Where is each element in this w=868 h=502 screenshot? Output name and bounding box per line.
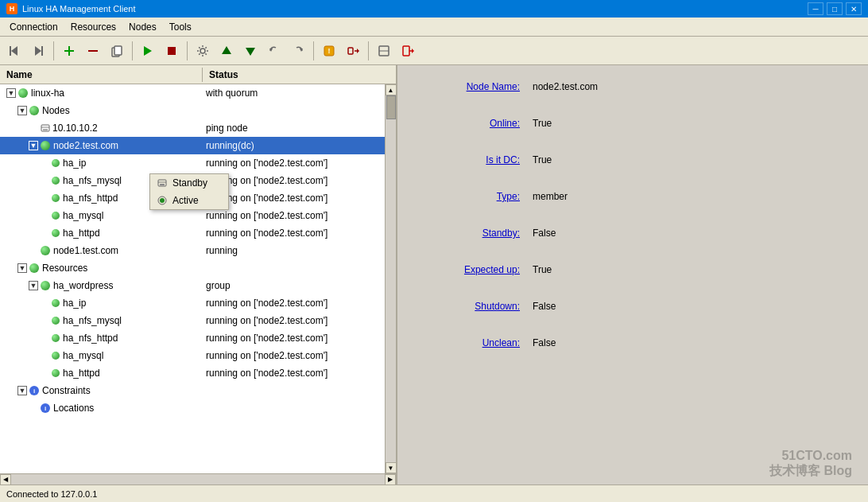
toolbar-btn-exit[interactable] bbox=[397, 40, 419, 62]
scroll-down-arrow[interactable]: ▼ bbox=[386, 462, 397, 473]
standby-icon bbox=[157, 177, 168, 189]
detail-label-unclean[interactable]: Unclean: bbox=[429, 337, 533, 348]
toolbar-btn-stop[interactable] bbox=[161, 40, 183, 62]
tree-row-locations[interactable]: i Locations bbox=[0, 399, 385, 417]
detail-value-type: member bbox=[533, 191, 568, 202]
tree-row-ha-nfs-mysql-2[interactable]: ha_nfs_mysql running on ['node2.test.com… bbox=[0, 312, 385, 329]
toolbar-btn-down[interactable] bbox=[239, 40, 262, 62]
expand-icon-linux-ha[interactable]: ▼ bbox=[6, 88, 16, 98]
detail-row-node-name: Node Name: node2.test.com bbox=[429, 81, 836, 92]
scroll-left-arrow[interactable]: ◀ bbox=[0, 474, 11, 485]
expand-icon-nodes[interactable]: ▼ bbox=[17, 106, 27, 115]
maximize-button[interactable]: □ bbox=[827, 2, 843, 15]
context-menu-standby[interactable]: Standby bbox=[150, 174, 228, 192]
toolbar-btn-remove[interactable] bbox=[82, 40, 104, 62]
toolbar-btn-option1[interactable] bbox=[373, 40, 395, 62]
node-name-ha-ip-1: ha_ip bbox=[63, 158, 86, 169]
menu-tools[interactable]: Tools bbox=[163, 20, 198, 34]
toolbar-btn-undo[interactable] bbox=[263, 40, 285, 62]
minimize-button[interactable]: ─ bbox=[808, 2, 823, 15]
tree-row-ha-httpd-1[interactable]: ha_httpd running on ['node2.test.com'] bbox=[0, 224, 385, 242]
toolbar-btn-start[interactable] bbox=[137, 40, 159, 62]
toolbar-btn-disconnect[interactable] bbox=[342, 40, 364, 62]
status-dot-ha-wordpress bbox=[41, 281, 50, 290]
node-name-node1: node1.test.com bbox=[53, 245, 118, 256]
context-menu-active[interactable]: Active bbox=[150, 192, 228, 209]
expand-icon-ha-wordpress[interactable]: ▼ bbox=[29, 281, 38, 290]
expand-icon-constraints[interactable]: ▼ bbox=[17, 386, 27, 395]
svg-marker-9 bbox=[144, 46, 152, 56]
toolbar-btn-forward[interactable] bbox=[27, 40, 49, 62]
expand-icon-node2[interactable]: ▼ bbox=[29, 141, 38, 150]
detail-label-standby[interactable]: Standby: bbox=[429, 228, 533, 239]
svg-text:!: ! bbox=[328, 47, 331, 55]
node-name-ha-ip-2: ha_ip bbox=[63, 298, 86, 309]
status-dot-nodes bbox=[29, 106, 39, 115]
toolbar-btn-commit[interactable]: ! bbox=[318, 40, 340, 62]
node-name-resources: Resources bbox=[42, 263, 87, 274]
detail-label-expected-up[interactable]: Expected up: bbox=[429, 264, 533, 275]
node-name-10-10-10-2: 10.10.10.2 bbox=[52, 123, 98, 134]
close-button[interactable]: ✕ bbox=[846, 2, 862, 15]
toolbar-btn-up[interactable] bbox=[215, 40, 238, 62]
status-ha-wordpress: group bbox=[203, 280, 385, 291]
status-text: Connected to 127.0.0.1 bbox=[6, 489, 97, 499]
detail-label-type[interactable]: Type: bbox=[429, 191, 533, 202]
menu-resources[interactable]: Resources bbox=[64, 20, 122, 34]
toolbar-btn-copy[interactable] bbox=[106, 40, 128, 62]
toolbar-sep-2 bbox=[132, 41, 133, 60]
menu-bar: Connection Resources Nodes Tools bbox=[0, 18, 868, 37]
tree-scrollbar[interactable]: ▲ ▼ bbox=[385, 84, 396, 473]
expand-icon-resources[interactable]: ▼ bbox=[17, 263, 27, 273]
toolbar-btn-add[interactable] bbox=[58, 40, 80, 62]
menu-nodes[interactable]: Nodes bbox=[122, 20, 163, 34]
title-bar: H Linux HA Management Client ─ □ ✕ bbox=[0, 0, 868, 18]
detail-label-isdc[interactable]: Is it DC: bbox=[429, 154, 533, 165]
tree-row-node1[interactable]: node1.test.com running bbox=[0, 242, 385, 259]
status-dot-ha-nfs-mysql-2 bbox=[52, 317, 60, 325]
tree-row-constraints[interactable]: ▼ i Constraints bbox=[0, 382, 385, 399]
status-dot-linux-ha bbox=[18, 88, 28, 98]
tree-row-linux-ha[interactable]: ▼ linux-ha with quorum bbox=[0, 84, 385, 102]
toolbar-btn-settings[interactable] bbox=[192, 40, 214, 62]
toolbar-btn-redo[interactable] bbox=[287, 40, 309, 62]
detail-value-isdc: True bbox=[533, 154, 552, 165]
tree-row-10-10-10-2[interactable]: 10.10.10.2 ping node bbox=[0, 119, 385, 137]
scroll-right-arrow[interactable]: ▶ bbox=[385, 474, 396, 485]
window-title: Linux HA Management Client bbox=[22, 4, 803, 14]
detail-label-node-name[interactable]: Node Name: bbox=[429, 81, 533, 92]
tree-row-ha-nfs-httpd-2[interactable]: ha_nfs_httpd running on ['node2.test.com… bbox=[0, 329, 385, 347]
tree-col-name: Name bbox=[0, 68, 203, 82]
toolbar-btn-back[interactable] bbox=[3, 40, 25, 62]
tree-row-ha-httpd-2[interactable]: ha_httpd running on ['node2.test.com'] bbox=[0, 364, 385, 382]
tree-row-node2[interactable]: ▼ node2.test.com running(dc) bbox=[0, 137, 385, 154]
detail-label-shutdown[interactable]: Shutdown: bbox=[429, 301, 533, 312]
tree-body: ▼ linux-ha with quorum ▼ Nodes bbox=[0, 84, 385, 473]
scroll-up-arrow[interactable]: ▲ bbox=[386, 84, 397, 95]
status-linux-ha: with quorum bbox=[203, 88, 385, 99]
node-name-ha-mysql-1: ha_mysql bbox=[63, 210, 103, 221]
detail-row-standby: Standby: False bbox=[429, 228, 836, 239]
status-10-10-10-2: ping node bbox=[203, 123, 385, 134]
node-name-nodes: Nodes bbox=[42, 105, 70, 116]
h-scroll-track[interactable] bbox=[11, 474, 385, 484]
tree-row-resources[interactable]: ▼ Resources bbox=[0, 259, 385, 277]
detail-row-shutdown: Shutdown: False bbox=[429, 301, 836, 312]
detail-value-online: True bbox=[533, 118, 552, 129]
node-name-ha-httpd-2: ha_httpd bbox=[63, 368, 100, 379]
tree-row-ha-ip-1[interactable]: ha_ip running on ['node2.test.com'] bbox=[0, 154, 385, 172]
tree-row-ha-ip-2[interactable]: ha_ip running on ['node2.test.com'] bbox=[0, 294, 385, 312]
tree-row-nodes[interactable]: ▼ Nodes bbox=[0, 102, 385, 119]
scroll-track[interactable] bbox=[386, 95, 396, 462]
detail-label-online[interactable]: Online: bbox=[429, 118, 533, 129]
tree-row-ha-wordpress[interactable]: ▼ ha_wordpress group bbox=[0, 277, 385, 294]
status-dot-node2 bbox=[41, 141, 50, 150]
h-scrollbar[interactable]: ◀ ▶ bbox=[0, 473, 396, 484]
scroll-thumb[interactable] bbox=[386, 95, 396, 119]
status-dot-resources bbox=[29, 263, 39, 273]
tree-row-ha-mysql-2[interactable]: ha_mysql running on ['node2.test.com'] bbox=[0, 347, 385, 364]
toolbar-sep-1 bbox=[53, 41, 54, 60]
node-name-constraints: Constraints bbox=[42, 385, 91, 396]
svg-marker-25 bbox=[412, 49, 414, 53]
menu-connection[interactable]: Connection bbox=[3, 20, 64, 34]
